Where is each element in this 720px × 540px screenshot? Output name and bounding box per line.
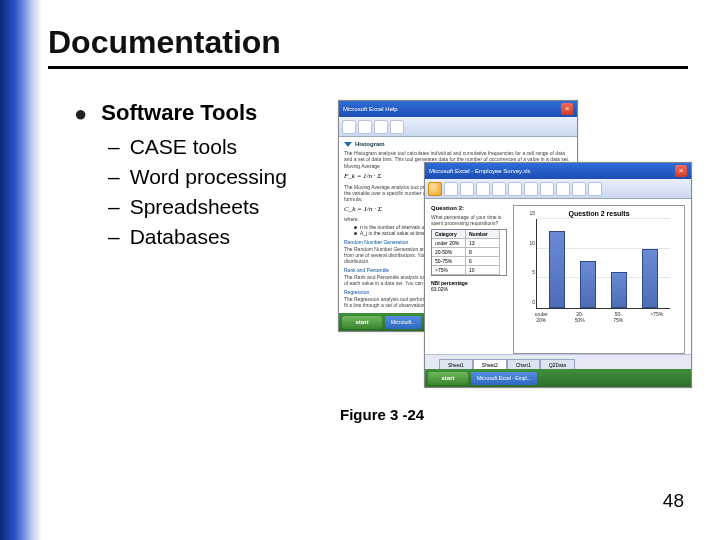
chevron-down-icon [344, 142, 352, 147]
table-row: 20-50% 8 [432, 248, 506, 257]
chart-plot-area: 0 5 10 15 [536, 219, 670, 309]
chart-bar [549, 231, 565, 308]
taskbar-item: Microsoft Excel - Empl... [471, 372, 537, 385]
toolbar-button [374, 120, 388, 134]
table-header: Category [432, 230, 466, 239]
toolbar-button [540, 182, 554, 196]
excel-body: Question 2: What percentage of your time… [425, 199, 691, 354]
figure-illustration: Microsoft Excel Help × Histogram The His… [338, 100, 698, 390]
total-value: 63.02% [431, 286, 448, 292]
chart-bar [580, 261, 596, 308]
y-tick: 0 [521, 299, 535, 305]
bullet-sub-text: Databases [130, 224, 230, 250]
toolbar-button [492, 182, 506, 196]
help-toolbar [339, 117, 577, 137]
bullet-sub-text: CASE tools [130, 134, 237, 160]
toolbar-button [588, 182, 602, 196]
bullet-sub-1: – Word processing [108, 164, 334, 190]
toolbar-button [444, 182, 458, 196]
bullet-main: ● Software Tools [74, 100, 334, 128]
y-tick: 5 [521, 269, 535, 275]
data-table: Category Number under 20% 13 20-50% 8 [431, 229, 507, 276]
x-tick: under 20% [533, 311, 549, 323]
close-icon: × [675, 165, 687, 177]
toolbar-button [524, 182, 538, 196]
toolbar-button [390, 120, 404, 134]
office-button-icon [428, 182, 442, 196]
table-cell: under 20% [432, 239, 466, 248]
bullet-main-text: Software Tools [101, 100, 257, 126]
bullet-sub-text: Word processing [130, 164, 287, 190]
toolbar-button [556, 182, 570, 196]
table-header-row: Category Number [432, 230, 506, 239]
chart-title: Question 2 results [518, 210, 680, 217]
excel-left-panel: Question 2: What percentage of your time… [431, 205, 507, 354]
excel-window: Microsoft Excel - Employee Survey.xls × … [424, 162, 692, 388]
x-tick: 50-75% [610, 311, 626, 323]
toolbar-button [572, 182, 586, 196]
accent-sidebar [0, 0, 42, 540]
question-label: Question 2: [431, 205, 507, 211]
total-row: NBI percentage 63.02% [431, 280, 507, 292]
toolbar-button [508, 182, 522, 196]
toolbar-button [358, 120, 372, 134]
help-topic: Histogram [344, 141, 572, 148]
help-title-text: Microsoft Excel Help [343, 106, 398, 112]
chart-x-axis: under 20% 20-50% 50-75% >75% [518, 311, 680, 323]
help-topic-text: Histogram [355, 141, 385, 148]
toolbar-button [460, 182, 474, 196]
table-row: under 20% 13 [432, 239, 506, 248]
body-text: ● Software Tools – CASE tools – Word pro… [74, 100, 334, 250]
table-header: Number [466, 230, 500, 239]
toolbar-button [342, 120, 356, 134]
bullet-sub-text: Spreadsheets [130, 194, 260, 220]
page-title: Documentation [48, 24, 281, 61]
dash-icon: – [108, 134, 120, 160]
taskbar-item: Microsoft... [385, 316, 421, 329]
excel-toolbar [425, 179, 691, 199]
bullet-sub-3: – Databases [108, 224, 334, 250]
bullet-dot-icon: ● [74, 100, 87, 128]
table-cell: 6 [466, 257, 500, 266]
dash-icon: – [108, 164, 120, 190]
bullet-sub-2: – Spreadsheets [108, 194, 334, 220]
y-tick: 15 [521, 210, 535, 216]
excel-title-text: Microsoft Excel - Employee Survey.xls [429, 168, 531, 174]
dash-icon: – [108, 194, 120, 220]
table-row: 50-75% 6 [432, 257, 506, 266]
chart-bar [611, 272, 627, 308]
help-title-bar: Microsoft Excel Help × [339, 101, 577, 117]
help-paragraph: The Histogram analysis tool calculates i… [344, 150, 572, 162]
sheet-tab-bar: Sheet1 Sheet2 Chart1 Q2Data [425, 354, 691, 369]
table-cell: 50-75% [432, 257, 466, 266]
toolbar-button [476, 182, 490, 196]
dash-icon: – [108, 224, 120, 250]
x-tick: >75% [649, 311, 665, 323]
slide: Documentation ● Software Tools – CASE to… [0, 0, 720, 540]
table-cell: 10 [466, 266, 500, 275]
start-button: start [428, 372, 468, 385]
excel-taskbar: start Microsoft Excel - Empl... [425, 369, 691, 387]
table-cell: >75% [432, 266, 466, 275]
table-cell: 20-50% [432, 248, 466, 257]
close-icon: × [561, 103, 573, 115]
chart-bars [537, 219, 670, 308]
chart-panel: Question 2 results 0 5 10 15 [513, 205, 685, 354]
table-row: >75% 10 [432, 266, 506, 275]
title-underline [48, 66, 688, 69]
question-text: What percentage of your time is spent pr… [431, 214, 507, 226]
figure-caption: Figure 3 -24 [340, 406, 424, 423]
page-number: 48 [663, 490, 684, 512]
table-cell: 8 [466, 248, 500, 257]
y-tick: 10 [521, 240, 535, 246]
x-tick: 20-50% [572, 311, 588, 323]
table-cell: 13 [466, 239, 500, 248]
chart-bar [642, 249, 658, 308]
bullet-sub-0: – CASE tools [108, 134, 334, 160]
excel-title-bar: Microsoft Excel - Employee Survey.xls × [425, 163, 691, 179]
start-button: start [342, 316, 382, 329]
